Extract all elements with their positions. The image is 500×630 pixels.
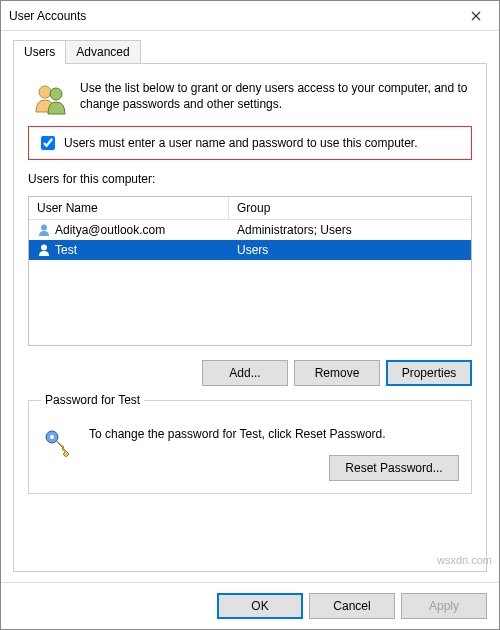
user-icon bbox=[37, 243, 51, 257]
svg-point-2 bbox=[41, 225, 47, 231]
ok-button[interactable]: OK bbox=[217, 593, 303, 619]
password-text: To change the password for Test, click R… bbox=[89, 427, 459, 441]
remove-button[interactable]: Remove bbox=[294, 360, 380, 386]
close-icon bbox=[471, 11, 481, 21]
key-icon bbox=[41, 427, 75, 461]
properties-button[interactable]: Properties bbox=[386, 360, 472, 386]
add-button[interactable]: Add... bbox=[202, 360, 288, 386]
users-for-label: Users for this computer: bbox=[28, 172, 472, 186]
window-title: User Accounts bbox=[9, 9, 453, 23]
tab-panel-users: Use the list below to grant or deny user… bbox=[13, 63, 487, 572]
user-list-header: User Name Group bbox=[29, 197, 471, 220]
cancel-button[interactable]: Cancel bbox=[309, 593, 395, 619]
col-group[interactable]: Group bbox=[229, 197, 471, 219]
user-icon bbox=[37, 223, 51, 237]
dialog-button-bar: OK Cancel Apply bbox=[1, 582, 499, 629]
password-fieldset: Password for Test To change the password… bbox=[28, 400, 472, 494]
user-name-cell: Aditya@outlook.com bbox=[55, 223, 165, 237]
svg-point-1 bbox=[50, 88, 62, 100]
list-item[interactable]: Aditya@outlook.com Administrators; Users bbox=[29, 220, 471, 240]
must-enter-label: Users must enter a user name and passwor… bbox=[64, 136, 418, 150]
intro-row: Use the list below to grant or deny user… bbox=[28, 76, 472, 116]
reset-password-button[interactable]: Reset Password... bbox=[329, 455, 459, 481]
client-area: Users Advanced Use the list below to gra… bbox=[1, 31, 499, 582]
tab-users[interactable]: Users bbox=[13, 40, 66, 64]
col-username[interactable]: User Name bbox=[29, 197, 229, 219]
must-enter-checkbox[interactable] bbox=[41, 136, 55, 150]
password-legend: Password for Test bbox=[41, 393, 144, 407]
apply-button: Apply bbox=[401, 593, 487, 619]
list-item[interactable]: Test Users bbox=[29, 240, 471, 260]
user-group-cell: Administrators; Users bbox=[229, 221, 471, 239]
svg-point-0 bbox=[39, 86, 51, 98]
user-name-cell: Test bbox=[55, 243, 77, 257]
svg-point-5 bbox=[50, 435, 54, 439]
user-group-cell: Users bbox=[229, 241, 471, 259]
must-enter-row[interactable]: Users must enter a user name and passwor… bbox=[28, 126, 472, 160]
intro-text: Use the list below to grant or deny user… bbox=[80, 80, 468, 112]
tab-strip: Users Advanced bbox=[13, 40, 487, 64]
user-accounts-window: User Accounts Users Advanced Use the lis… bbox=[0, 0, 500, 630]
user-list-body: Aditya@outlook.com Administrators; Users… bbox=[29, 220, 471, 345]
tab-advanced[interactable]: Advanced bbox=[65, 40, 140, 64]
titlebar: User Accounts bbox=[1, 1, 499, 31]
user-buttons-row: Add... Remove Properties bbox=[28, 360, 472, 386]
users-icon bbox=[32, 80, 68, 116]
user-list[interactable]: User Name Group Aditya@outlook.com Admin… bbox=[28, 196, 472, 346]
close-button[interactable] bbox=[453, 1, 499, 31]
svg-point-3 bbox=[41, 245, 47, 251]
